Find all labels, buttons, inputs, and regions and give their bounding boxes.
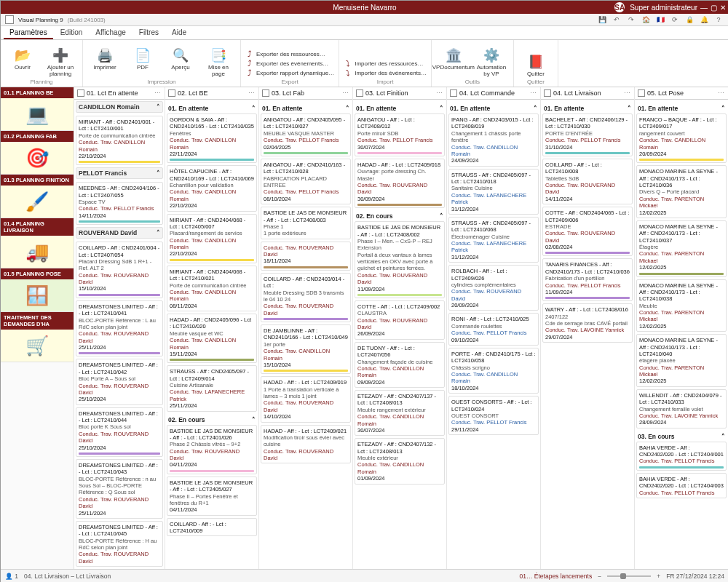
column-checkbox[interactable] (262, 89, 269, 97)
card[interactable]: BASTIDE LE JAS DE MONSIEUR - Aff : - Lct… (355, 221, 445, 298)
card[interactable]: ETEZADY - Aff : CND2407/132 - Lct : LCT2… (355, 438, 445, 484)
qat-help-icon[interactable]: ? (713, 14, 724, 25)
column-checkbox[interactable] (544, 89, 551, 97)
chevron-up-icon[interactable]: ˄ (628, 105, 631, 112)
zoom-in-icon[interactable]: + (657, 573, 660, 580)
card[interactable]: HADAD - Aff : CND2405/096 - Lct : LCT241… (167, 314, 257, 363)
qat-refresh-icon[interactable]: ⟳ (669, 14, 681, 25)
import-events[interactable]: ⤵Importer des événements… (344, 68, 427, 77)
card[interactable]: COILLARD - Aff : CND2403/014 - Lct :Meub… (261, 273, 351, 322)
card[interactable]: COILLARD - Aff : - Lct : LCT2410/009 (167, 518, 257, 537)
tab-parametres[interactable]: Paramètres (4, 26, 53, 39)
maximize-icon[interactable]: ▢ (711, 4, 717, 12)
column-header[interactable]: 03. Lct Finition⋯ (353, 87, 446, 100)
card[interactable]: MONACO MARINE LA SEYNE - Aff : CND2410/1… (636, 220, 727, 277)
card[interactable]: TANARIS FINANCES - Aff : CND2410/173 - L… (542, 258, 633, 301)
card[interactable]: MIRIANT - Aff : CND2404/068 - Lct : LCT2… (167, 214, 257, 263)
card[interactable]: FRANCO – BAQUE - Aff : - Lct : LCT2409/0… (636, 113, 727, 163)
sidebar-item-0[interactable]: 01.1 PLANNING BE💻 (1, 87, 74, 131)
swimlane-header[interactable]: PELLOT Francis˄ (76, 167, 163, 179)
column-menu-icon[interactable]: ⋯ (342, 89, 349, 97)
card[interactable]: BASTIDE LE JAS DE MONSIEUR - Aff : - Lct… (261, 207, 351, 239)
column-body[interactable]: 01. En attente˄ANIGATOU - Aff : - Lct : … (353, 100, 446, 569)
card[interactable]: MIRIANT - Aff : CND2401/001 - Lct : LCT2… (76, 116, 163, 165)
zoom-slider[interactable] (607, 575, 651, 577)
tab-aide[interactable]: Aide (166, 26, 192, 39)
chevron-up-icon[interactable]: ˄ (440, 105, 443, 112)
open-button[interactable]: 📂 Ouvrir (5, 47, 40, 71)
column-menu-icon[interactable]: ⋯ (718, 89, 725, 97)
card[interactable]: WILLENDIT - Aff : CND2404/079 - Lct : LC… (636, 389, 727, 428)
sidebar-item-5[interactable]: TRAITEMENT DES DEMANDES D'HA🛒 (1, 312, 74, 362)
card[interactable]: DREAMSTONES LIMITED - Aff : - Lct : LCT2… (76, 459, 163, 519)
print-button[interactable]: 🖨️Imprimer (87, 47, 122, 71)
chevron-up-icon[interactable]: ˄ (721, 105, 725, 112)
column-menu-icon[interactable]: ⋯ (154, 89, 162, 97)
vpdocumentum-button[interactable]: 🏛️VPDocumentum (436, 47, 471, 71)
card[interactable]: BACHELET - Aff : CND2406/129 - Lct : LCT… (542, 113, 633, 156)
card[interactable]: ANIGATOU - Aff : CND2410/163 - Lct : LCT… (261, 159, 351, 204)
column-checkbox[interactable] (450, 89, 457, 97)
chevron-up-icon[interactable]: ˄ (721, 433, 725, 440)
column-header[interactable]: 04. Lct Livraison⋯ (541, 87, 634, 100)
column-checkbox[interactable] (638, 89, 645, 97)
export-resources[interactable]: ⤴Exporter des ressources… (245, 49, 334, 58)
column-header[interactable]: 05. Lct Pose⋯ (635, 87, 728, 100)
card[interactable]: DE JAMBLINNE - Aff : CND2410/166 - Lct :… (261, 324, 351, 374)
card[interactable]: COTTE - Aff : CND2404/065 - Lct : LCT240… (542, 207, 633, 256)
card[interactable]: MONACO MARINE LA SEYNE - Aff : CND2410/1… (636, 165, 727, 218)
card[interactable]: STRAUSS - Aff : CND2405/097 - Lct : LCT2… (167, 365, 257, 411)
column-checkbox[interactable] (77, 89, 84, 97)
add-planning-button[interactable]: ➕ Ajouter un planning (43, 47, 78, 77)
chevron-up-icon[interactable]: ˄ (252, 416, 256, 423)
card[interactable]: HÔTEL CAPUCINE - Aff : CND2410/169 - Lct… (167, 165, 257, 211)
card[interactable]: DREAMSTONES LIMITED - Aff : - Lct : LCT2… (76, 300, 163, 357)
chevron-up-icon[interactable]: ˄ (440, 212, 443, 220)
column-checkbox[interactable] (356, 89, 363, 97)
qat-bell-icon[interactable]: 🔔 (698, 14, 710, 25)
automation-button[interactable]: ⚙️Automation by VP (474, 47, 509, 77)
import-resources[interactable]: ⤵Importer des ressources… (344, 59, 427, 68)
card[interactable]: BAHIA VERDE - Aff : CND2402/020 - Lct : … (636, 473, 727, 498)
qat-save-icon[interactable]: 💾 (596, 14, 608, 25)
swimlane-header[interactable]: CANDILLON Romain˄ (76, 101, 163, 113)
card[interactable]: STRAUSS - Aff : CND2405/097 - Lct : LCT2… (448, 217, 539, 263)
card[interactable]: STRAUSS - Aff : CND2405/097 - Lct : LCT2… (448, 169, 539, 215)
tab-affichage[interactable]: Affichage (90, 26, 132, 39)
qat-lang-icon[interactable]: 🇫🇷 (654, 14, 666, 25)
card[interactable]: HADAD - Aff : - Lct : LCT2409/0191 Porte… (261, 376, 351, 422)
card[interactable]: COILLARD - Aff : CND2401/004 - Lct : LCT… (76, 242, 163, 298)
card[interactable]: WATRY - Aff : - Lct : LCT2408/0162407/12… (542, 303, 633, 343)
card[interactable]: RONI - Aff : - Lct : LCT2410/025Commande… (448, 313, 539, 346)
column-checkbox[interactable] (168, 89, 175, 97)
column-menu-icon[interactable]: ⋯ (436, 89, 443, 97)
card[interactable]: MONACO MARINE LA SEYNE - Aff : CND2410/1… (636, 279, 727, 332)
card[interactable]: COILLARD - Aff : - Lct : LCT2410/008Tabl… (542, 159, 633, 204)
export-events[interactable]: ⤴Exporter des événements… (245, 59, 334, 68)
column-body[interactable]: 01. En attente˄BACHELET - Aff : CND2406/… (541, 100, 634, 569)
export-report[interactable]: ⤴Exporter rapport dynamique… (245, 68, 334, 77)
card[interactable]: MIRIANT - Aff : CND2404/068 - Lct : LCT2… (167, 266, 257, 311)
card[interactable]: HADAD - Aff : - Lct : LCT2409/018Ouvrage… (355, 159, 445, 208)
sidebar-item-4[interactable]: 01.5 PLANNING POSE🪟 (1, 268, 74, 312)
qat-redo-icon[interactable]: ↷ (625, 14, 637, 25)
pdf-button[interactable]: 📄PDF (125, 47, 160, 71)
card[interactable]: DREAMSTONES LIMITED - Aff : - Lct : LCT2… (76, 521, 163, 567)
close-icon[interactable]: ✕ (720, 4, 726, 12)
column-header[interactable]: 03. Lct Fab⋯ (259, 87, 352, 100)
card[interactable]: HADAD - Aff : - Lct : LCT2409/021Modific… (261, 425, 351, 464)
column-body[interactable]: 01. En attente˄GORDON & SAIA - Aff : CND… (165, 100, 258, 569)
card[interactable]: ANIGATOU - Aff : CND2405/095 - Lct : LCT… (261, 113, 351, 156)
qat-home-icon[interactable]: 🏠 (640, 14, 652, 25)
card[interactable]: Conduc. Trav. ROUVERAND David18/11/2024 (261, 242, 351, 271)
column-header[interactable]: 04. Lct Commande⋯ (447, 87, 540, 100)
column-body[interactable]: 01. En attente˄FRANCO – BAQUE - Aff : - … (635, 100, 728, 569)
preview-button[interactable]: 🔍Aperçu (163, 47, 198, 71)
chevron-up-icon[interactable]: ˄ (534, 105, 537, 112)
column-body[interactable]: CANDILLON Romain˄MIRIANT - Aff : CND2401… (74, 100, 165, 569)
zoom-out-icon[interactable]: − (598, 573, 601, 580)
card[interactable]: MONACO MARINE LA SEYNE - Aff : CND2410/1… (636, 334, 727, 387)
card[interactable]: BASTIDE LE JAS DE MONSIEUR - Aff : - Lct… (167, 425, 257, 474)
card[interactable]: GORDON & SAIA - Aff : CND2410/165 - Lct … (167, 113, 257, 163)
card[interactable]: IFANG - Aff : CND2403/015 - Lct : LCT240… (448, 113, 539, 167)
